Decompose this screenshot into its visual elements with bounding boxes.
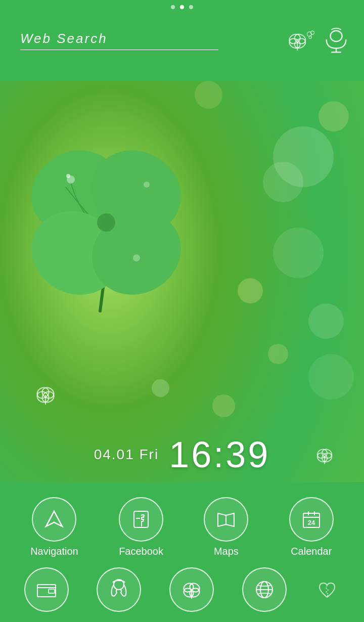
svg-rect-31 [330, 31, 342, 41]
globe-icon-circle [242, 567, 287, 612]
search-clover-decoration [278, 25, 318, 56]
facebook-app[interactable]: Facebook [119, 497, 163, 557]
heart-app[interactable] [314, 577, 340, 602]
mic-button[interactable] [318, 23, 354, 58]
navigation-app[interactable]: Navigation [30, 497, 78, 557]
page-dot-2 [180, 5, 184, 9]
page-dot-1 [171, 5, 175, 9]
wallet-app[interactable] [24, 567, 69, 612]
maps-app[interactable]: Maps [204, 497, 248, 557]
calendar-app[interactable]: 24 Calendar [289, 497, 334, 557]
navigation-icon-circle [32, 497, 76, 542]
search-underline [20, 50, 218, 50]
clover-icon-circle [169, 567, 214, 612]
svg-point-10 [66, 174, 70, 178]
facebook-label: Facebook [119, 546, 163, 557]
search-label: Web Search [20, 31, 268, 47]
svg-marker-34 [46, 511, 62, 526]
phone-app[interactable] [97, 567, 141, 612]
svg-point-12 [133, 254, 140, 261]
svg-rect-43 [37, 585, 56, 597]
svg-text:24: 24 [308, 519, 315, 526]
small-clover-left [33, 382, 58, 411]
page-dot-3 [189, 5, 193, 9]
search-input-area[interactable]: Web Search [10, 26, 278, 55]
maps-icon-circle [204, 497, 248, 542]
dock-row-1: Navigation Facebook [0, 492, 364, 560]
page-dots [171, 5, 193, 9]
wallet-icon-circle [24, 567, 69, 612]
dock-row-2 [0, 560, 364, 622]
clover-main-image [25, 101, 187, 314]
dock-area: Navigation Facebook [0, 482, 364, 622]
clover-app[interactable] [169, 567, 214, 612]
svg-point-11 [144, 182, 150, 188]
globe-app[interactable] [242, 567, 287, 612]
time-display: 16:39 [169, 434, 270, 475]
svg-point-8 [97, 213, 115, 232]
phone-icon-circle [97, 567, 141, 612]
facebook-icon-circle [119, 497, 163, 542]
navigation-label: Navigation [30, 546, 78, 557]
calendar-label: Calendar [291, 546, 332, 557]
maps-label: Maps [214, 546, 239, 557]
search-bar[interactable]: Web Search [0, 0, 364, 81]
calendar-icon-circle: 24 [289, 497, 334, 542]
heart-icon [314, 577, 340, 602]
svg-rect-45 [49, 589, 55, 593]
clock-area: 04.01 Fri 16:39 [0, 434, 364, 475]
date-display: 04.01 Fri [94, 447, 159, 463]
